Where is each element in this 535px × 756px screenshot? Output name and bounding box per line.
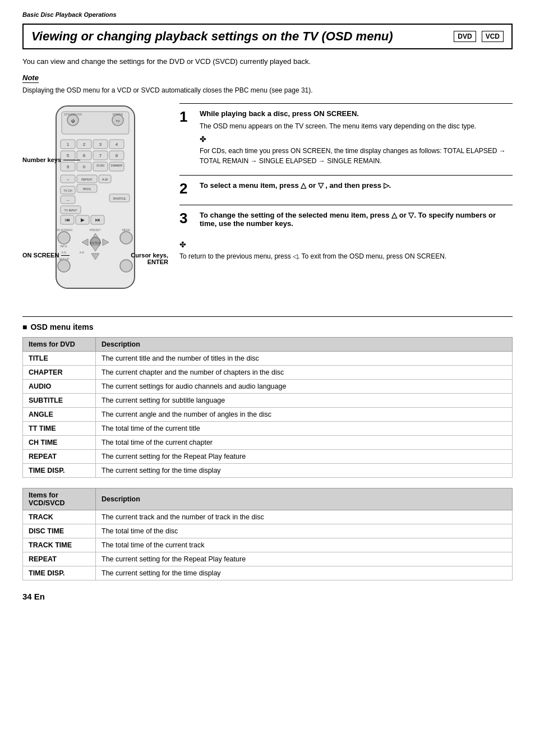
svg-text:9: 9	[67, 164, 70, 169]
step1-body: The OSD menu appears on the TV screen. T…	[200, 121, 513, 131]
steps-area: 1 While playing back a disc, press ON SC…	[179, 103, 513, 305]
dvd-desc: The current title and the number of titl…	[96, 352, 513, 366]
table-row: TRACKThe current track and the number of…	[23, 510, 513, 524]
vcd-desc: The current setting for the time display	[96, 566, 513, 580]
osd-section-divider	[22, 316, 513, 317]
table-row: CH TIMEThe total time of the current cha…	[23, 436, 513, 450]
vcd-item: DISC TIME	[23, 524, 96, 538]
step3-num: 3	[179, 211, 193, 231]
page-title: Viewing or changing playback settings on…	[31, 29, 448, 44]
step1-num: 1	[179, 109, 193, 166]
step3-tip: To return to the previous menu, press ◁.…	[179, 251, 513, 261]
content-area: STANDBY/ON ⏻ POWER TV 1 2 3 4 5 6 7 8	[22, 103, 513, 305]
svg-text:PRESET: PRESET	[90, 228, 101, 232]
note-label: Note	[22, 73, 39, 83]
vcd-col1-header: Items for VCD/SVCD	[23, 488, 96, 510]
svg-text:2: 2	[83, 142, 86, 147]
step3-tip-area: ✤ To return to the previous menu, press …	[179, 240, 513, 261]
dvd-item: AUDIO	[23, 380, 96, 394]
svg-text:1: 1	[67, 142, 70, 147]
vcd-item: TRACK TIME	[23, 538, 96, 552]
dvd-item: CHAPTER	[23, 366, 96, 380]
dvd-desc: The current settings for audio channels …	[96, 380, 513, 394]
svg-text:POWER: POWER	[113, 113, 123, 116]
table-row: REPEATThe current setting for the Repeat…	[23, 552, 513, 566]
vcd-table: Items for VCD/SVCD Description TRACKThe …	[22, 488, 513, 580]
step3-content: To change the setting of the selected me…	[200, 211, 513, 231]
step1-title: While playing back a disc, press ON SCRE…	[200, 109, 513, 118]
dvd-item: SUBTITLE	[23, 394, 96, 408]
intro-text: You can view and change the settings for…	[22, 57, 513, 66]
vcd-badge: VCD	[482, 31, 504, 42]
dvd-item: ANGLE	[23, 408, 96, 422]
svg-text:4: 4	[116, 142, 118, 147]
number-keys-label: Number keys	[22, 156, 80, 163]
step-2: 2 To select a menu item, press △ or ▽ , …	[179, 181, 513, 196]
remote-image: STANDBY/ON ⏻ POWER TV 1 2 3 4 5 6 7 8	[45, 103, 146, 294]
dvd-desc: The current setting for the Repeat Play …	[96, 450, 513, 464]
svg-text:ENTER: ENTER	[90, 241, 102, 245]
table-row: TIME DISP.The current setting for the ti…	[23, 566, 513, 580]
svg-text:STANDBY/ON: STANDBY/ON	[64, 113, 82, 116]
svg-text:A-B: A-B	[102, 178, 108, 181]
breadcrumb: Basic Disc Playback Operations	[22, 11, 513, 18]
svg-text:TV CH: TV CH	[64, 189, 72, 192]
note-text: Displaying the OSD menu for a VCD or SVC…	[22, 86, 513, 94]
svg-text:⏻: ⏻	[71, 119, 75, 123]
table-row: SUBTITLEThe current setting for subtitle…	[23, 394, 513, 408]
table-row: TITLEThe current title and the number of…	[23, 352, 513, 366]
step2-title: To select a menu item, press △ or ▽ , an…	[200, 181, 513, 190]
dvd-desc: The current setting for the time display	[96, 464, 513, 478]
vcd-desc: The total time of the disc	[96, 524, 513, 538]
vcd-desc: The total time of the current track	[96, 538, 513, 552]
table-row: REPEATThe current setting for the Repeat…	[23, 450, 513, 464]
step3-tip-icon: ✤	[179, 240, 513, 249]
svg-text:TV: TV	[116, 119, 120, 123]
svg-text:6: 6	[83, 153, 86, 158]
on-screen-label: ON SCREEN	[22, 252, 70, 259]
table-row: AUDIOThe current settings for audio chan…	[23, 380, 513, 394]
table-row: DISC TIMEThe total time of the disc	[23, 524, 513, 538]
vcd-item: TRACK	[23, 510, 96, 524]
svg-text:8: 8	[116, 153, 118, 158]
svg-text:ON SCREEN: ON SCREEN	[56, 228, 72, 232]
svg-text:DIMMER: DIMMER	[111, 164, 123, 167]
cursor-keys-label: Cursor keys, ENTER	[131, 252, 168, 265]
dvd-col2-header: Description	[96, 338, 513, 352]
vcd-col2-header: Description	[96, 488, 513, 510]
vcd-item: TIME DISP.	[23, 566, 96, 580]
step2-num: 2	[179, 181, 193, 196]
svg-text:SHUFFLE: SHUFFLE	[113, 197, 126, 200]
svg-text:▶: ▶	[81, 217, 85, 223]
dvd-desc: The total time of the current title	[96, 422, 513, 436]
step2-divider	[179, 175, 513, 176]
note-section: Note Displaying the OSD menu for a VCD o…	[22, 73, 513, 94]
table-row: TRACK TIMEThe total time of the current …	[23, 538, 513, 552]
svg-point-69	[58, 260, 70, 272]
dvd-desc: The current chapter and the number of ch…	[96, 366, 513, 380]
remote-area: STANDBY/ON ⏻ POWER TV 1 2 3 4 5 6 7 8	[22, 103, 168, 305]
svg-text:0: 0	[83, 164, 86, 169]
table-row: TIME DISP.The current setting for the ti…	[23, 464, 513, 478]
svg-text:⏮: ⏮	[65, 217, 70, 223]
dvd-item: CH TIME	[23, 436, 96, 450]
svg-text:REPEAT: REPEAT	[81, 178, 93, 181]
table-row: ANGLEThe current angle and the number of…	[23, 408, 513, 422]
svg-text:TV INPUT: TV INPUT	[64, 209, 77, 212]
svg-point-57	[58, 232, 70, 244]
vcd-desc: The current setting for the Repeat Play …	[96, 552, 513, 566]
dvd-col1-header: Items for DVD	[23, 338, 96, 352]
step-1: 1 While playing back a disc, press ON SC…	[179, 109, 513, 166]
osd-section-heading: OSD menu items	[22, 322, 513, 331]
step1-tip: For CDs, each time you press ON SCREEN, …	[200, 146, 513, 166]
dvd-item: TT TIME	[23, 422, 96, 436]
table-row: TT TIMEThe total time of the current tit…	[23, 422, 513, 436]
step1-tip-icon: ✤	[200, 135, 513, 144]
step2-content: To select a menu item, press △ or ▽ , an…	[200, 181, 513, 196]
svg-text:A-E: A-E	[80, 251, 85, 254]
svg-text:PROG: PROG	[83, 187, 91, 191]
step1-divider	[179, 103, 513, 104]
step3-title: To change the setting of the selected me…	[200, 211, 513, 228]
dvd-item: TITLE	[23, 352, 96, 366]
page-number: 34 En	[22, 592, 513, 601]
